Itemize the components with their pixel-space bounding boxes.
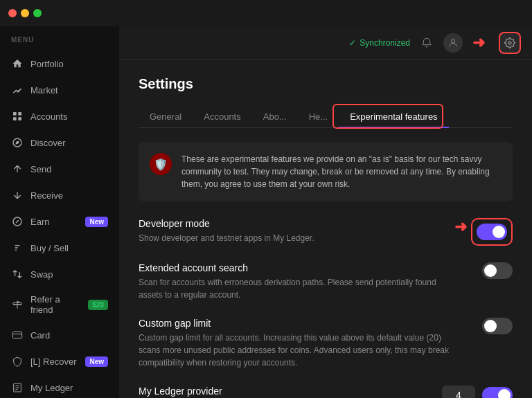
settings-arrow-annotation: ➜	[472, 34, 485, 52]
chart-icon	[11, 84, 24, 96]
tab-about[interactable]: Abo...	[252, 106, 298, 127]
sidebar-item-accounts[interactable]: Accounts	[0, 103, 119, 129]
developer-mode-info: Developer mode Show developer and testne…	[139, 218, 314, 244]
sidebar-item-market[interactable]: Market	[0, 77, 119, 103]
refer-badge: $20	[88, 300, 108, 310]
ledger-provider-info: My Ledger provider Changing the app prov…	[139, 386, 431, 398]
sidebar: MENU Portfolio Market Accounts Discover	[0, 26, 119, 398]
sidebar-item-discover[interactable]: Discover	[0, 129, 119, 156]
svg-point-9	[451, 39, 454, 42]
extended-search-toggle[interactable]	[482, 262, 513, 279]
ledger-provider-label: My Ledger provider	[139, 386, 431, 397]
recover-badge: New	[85, 356, 108, 367]
developer-toggle-arrow: ➜	[454, 218, 467, 236]
receive-icon	[11, 189, 24, 201]
sidebar-item-send[interactable]: Send	[0, 156, 119, 182]
developer-mode-label: Developer mode	[139, 218, 314, 229]
ledger-provider-number[interactable]	[442, 386, 475, 398]
custom-gap-row: Custom gap limit Custom gap limit for al…	[139, 318, 513, 369]
sync-status: ✓ Synchronized	[349, 38, 410, 48]
minimize-button[interactable]	[21, 9, 29, 17]
developer-mode-desc: Show developer and testnet apps in My Le…	[139, 232, 314, 244]
extended-search-label: Extended account search	[139, 262, 457, 273]
warning-icon: 🛡️	[150, 153, 172, 175]
tab-help[interactable]: He...	[298, 106, 339, 127]
sidebar-item-refer[interactable]: Refer a friend $20	[0, 287, 119, 322]
custom-gap-toggle-wrap	[482, 318, 513, 334]
ledger-provider-toggle[interactable]	[482, 387, 513, 398]
developer-mode-toggle[interactable]	[477, 224, 507, 240]
tab-general[interactable]: General	[139, 106, 193, 127]
earn-icon	[11, 215, 24, 228]
title-bar	[0, 0, 532, 26]
svg-rect-1	[18, 112, 21, 116]
maximize-button[interactable]	[33, 9, 42, 17]
extended-search-info: Extended account search Scan for account…	[139, 262, 457, 301]
send-icon	[11, 163, 24, 175]
buy-sell-icon	[11, 242, 24, 254]
svg-rect-7	[12, 332, 21, 338]
sidebar-item-buy-sell[interactable]: Buy / Sell	[0, 235, 119, 261]
sidebar-item-swap[interactable]: Swap	[0, 261, 119, 287]
sidebar-item-card[interactable]: Card	[0, 322, 119, 348]
sidebar-item-receive[interactable]: Receive	[0, 182, 119, 208]
ledger-provider-knob	[498, 389, 511, 398]
sidebar-item-recover[interactable]: [L] Recover New	[0, 348, 119, 374]
ledger-provider-row: My Ledger provider Changing the app prov…	[139, 386, 513, 398]
developer-mode-toggle-wrap: ➜	[454, 218, 513, 246]
settings-panel: Settings General Accounts Abo... He... E…	[119, 60, 532, 398]
topbar: ✓ Synchronized ➜	[119, 26, 532, 60]
app-body: MENU Portfolio Market Accounts Discover	[0, 26, 532, 398]
ledger-provider-controls	[442, 386, 513, 398]
ledger-icon	[11, 381, 24, 394]
extended-search-row: Extended account search Scan for account…	[139, 262, 513, 301]
custom-gap-desc: Custom gap limit for all accounts. Incre…	[139, 332, 457, 369]
developer-mode-row: Developer mode Show developer and testne…	[139, 218, 513, 246]
sidebar-item-portfolio[interactable]: Portfolio	[0, 51, 119, 77]
card-icon	[11, 329, 24, 341]
shield-icon	[11, 355, 24, 368]
extended-search-toggle-wrap	[482, 262, 513, 279]
developer-mode-knob	[493, 226, 505, 238]
close-button[interactable]	[8, 9, 17, 17]
notification-icon[interactable]	[420, 36, 434, 50]
tab-experimental[interactable]: Experimental features	[339, 106, 448, 127]
custom-gap-info: Custom gap limit Custom gap limit for al…	[139, 318, 457, 369]
gift-icon	[11, 298, 24, 311]
sidebar-item-my-ledger[interactable]: My Ledger	[0, 374, 119, 398]
svg-rect-3	[18, 117, 21, 120]
settings-button[interactable]	[499, 32, 521, 54]
extended-search-desc: Scan for accounts with erroneous derivat…	[139, 276, 457, 301]
swap-icon	[11, 268, 24, 280]
traffic-lights	[8, 9, 42, 17]
extended-search-knob	[484, 264, 497, 277]
main-content: ✓ Synchronized ➜ Settings General Accoun…	[119, 26, 532, 398]
house-icon	[11, 57, 24, 70]
sidebar-menu-label: MENU	[0, 32, 119, 51]
tab-accounts[interactable]: Accounts	[193, 106, 251, 127]
svg-rect-2	[13, 117, 17, 120]
custom-gap-knob	[484, 320, 497, 332]
earn-badge: New	[85, 217, 108, 227]
svg-rect-0	[13, 112, 17, 116]
grid-icon	[11, 110, 24, 123]
custom-gap-toggle[interactable]	[482, 318, 513, 334]
user-icon[interactable]	[443, 33, 463, 53]
settings-title: Settings	[139, 76, 513, 92]
sidebar-item-earn[interactable]: Earn New	[0, 208, 119, 235]
compass-icon	[11, 136, 24, 149]
experimental-info-box: 🛡️ These are experimental features we pr…	[139, 142, 513, 201]
settings-tabs: General Accounts Abo... He... Experiment…	[139, 106, 513, 128]
custom-gap-label: Custom gap limit	[139, 318, 457, 329]
experimental-info-text: These are experimental features we provi…	[181, 153, 502, 190]
sync-check-icon: ✓	[349, 38, 356, 48]
